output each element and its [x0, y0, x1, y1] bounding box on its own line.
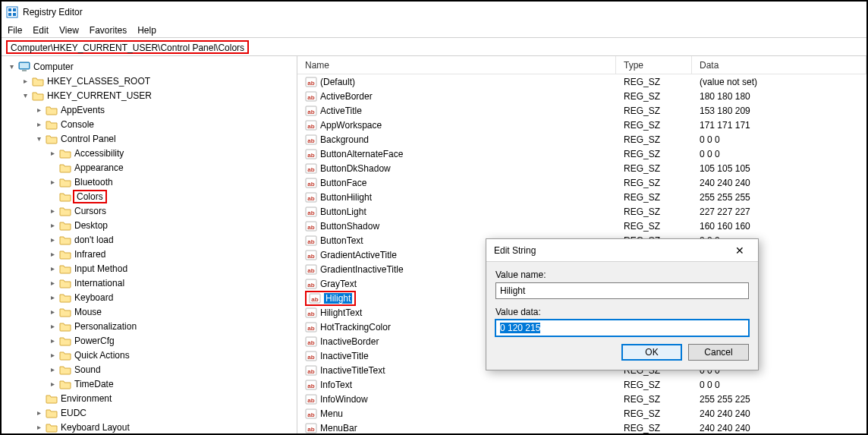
- tree-node-timedate[interactable]: ▸TimeDate: [47, 377, 297, 391]
- tree-node-sound[interactable]: ▸Sound: [47, 362, 297, 377]
- chevron-right-icon[interactable]: ▸: [47, 264, 58, 273]
- list-row[interactable]: abInfoWindowREG_SZ255 255 225: [297, 392, 866, 406]
- string-icon: ab: [305, 235, 317, 247]
- list-row[interactable]: abButtonAlternateFaceREG_SZ0 0 0: [297, 147, 866, 161]
- folder-icon: [59, 219, 71, 232]
- chevron-right-icon[interactable]: ▸: [47, 365, 58, 374]
- list-row[interactable]: abButtonFaceREG_SZ240 240 240: [297, 175, 866, 190]
- value-name: ButtonDkShadow: [320, 163, 391, 174]
- list-row[interactable]: abActiveTitleREG_SZ153 180 209: [297, 103, 866, 118]
- tree-node-desktop[interactable]: ▸Desktop: [47, 218, 297, 232]
- string-icon: ab: [305, 249, 317, 261]
- menu-file[interactable]: File: [8, 25, 22, 36]
- tree-node-personalization[interactable]: ▸Personalization: [47, 319, 297, 333]
- folder-icon: [59, 191, 71, 203]
- menu-favorites[interactable]: Favorites: [90, 25, 127, 36]
- menu-view[interactable]: View: [59, 25, 79, 36]
- tree-node-kblayout[interactable]: ▸Keyboard Layout: [33, 420, 297, 433]
- tree-node-appearance[interactable]: ▸Appearance: [47, 160, 297, 175]
- list-row[interactable]: abAppWorkspaceREG_SZ171 171 171: [297, 118, 866, 132]
- value-data-input[interactable]: 0 120 215: [495, 320, 749, 336]
- cancel-button[interactable]: Cancel: [688, 344, 749, 361]
- tree-node-hkcr[interactable]: ▸ HKEY_CLASSES_ROOT: [20, 74, 297, 88]
- tree-node-colors[interactable]: ▸Colors: [47, 189, 297, 203]
- list-row[interactable]: abButtonDkShadowREG_SZ105 105 105: [297, 161, 866, 175]
- chevron-right-icon[interactable]: ▸: [20, 77, 30, 85]
- tree-node-cursors[interactable]: ▸Cursors: [47, 203, 297, 218]
- tree-node-don-t-load[interactable]: ▸don't load: [47, 232, 297, 247]
- list-row[interactable]: abButtonHilightREG_SZ255 255 255: [297, 190, 866, 204]
- folder-icon: [59, 364, 71, 376]
- tree-node-computer[interactable]: ▾ Computer: [6, 59, 297, 74]
- string-icon: ab: [305, 321, 317, 333]
- col-name[interactable]: Name: [297, 56, 616, 74]
- value-data: 240 240 240: [692, 408, 866, 419]
- svg-text:ab: ab: [307, 109, 314, 115]
- close-icon[interactable]: ✕: [729, 244, 750, 257]
- menu-help[interactable]: Help: [137, 25, 156, 36]
- list-row[interactable]: abButtonLightREG_SZ227 227 227: [297, 204, 866, 219]
- tree-node-international[interactable]: ▸International: [47, 276, 297, 290]
- list-row[interactable]: abButtonShadowREG_SZ160 160 160: [297, 219, 866, 233]
- chevron-right-icon[interactable]: ▸: [47, 307, 58, 316]
- tree-node-infrared[interactable]: ▸Infrared: [47, 247, 297, 261]
- col-data[interactable]: Data: [692, 56, 866, 74]
- svg-text:ab: ab: [307, 137, 314, 144]
- addressbar[interactable]: Computer\HKEY_CURRENT_USER\Control Panel…: [2, 38, 866, 56]
- col-type[interactable]: Type: [616, 56, 692, 74]
- tree-node-mouse[interactable]: ▸Mouse: [47, 304, 297, 319]
- value-data: 240 240 240: [692, 423, 866, 433]
- chevron-right-icon[interactable]: ▸: [47, 380, 58, 388]
- chevron-right-icon[interactable]: ▸: [47, 279, 58, 287]
- tree-node-console[interactable]: ▸Console: [33, 117, 297, 131]
- chevron-right-icon[interactable]: ▸: [33, 106, 44, 114]
- chevron-right-icon[interactable]: ▸: [47, 221, 58, 229]
- list-row[interactable]: abActiveBorderREG_SZ180 180 180: [297, 89, 866, 103]
- tree-label-appevents: AppEvents: [59, 105, 106, 115]
- chevron-right-icon[interactable]: ▸: [47, 206, 58, 215]
- address-path[interactable]: Computer\HKEY_CURRENT_USER\Control Panel…: [6, 40, 249, 54]
- ok-button[interactable]: OK: [621, 344, 682, 361]
- tree-node-bluetooth[interactable]: ▸Bluetooth: [47, 175, 297, 189]
- chevron-right-icon[interactable]: ▸: [47, 235, 58, 244]
- menu-edit[interactable]: Edit: [33, 25, 49, 36]
- tree-node-controlpanel[interactable]: ▾Control Panel: [33, 131, 297, 146]
- chevron-down-icon[interactable]: ▾: [20, 91, 30, 99]
- svg-text:ab: ab: [307, 339, 314, 346]
- value-name: InfoText: [320, 380, 352, 390]
- value-data: 255 255 225: [692, 394, 866, 405]
- tree-node-powercfg[interactable]: ▸PowerCfg: [47, 333, 297, 348]
- string-icon: ab: [309, 292, 321, 304]
- list-row[interactable]: ab(Default)REG_SZ(value not set): [297, 74, 866, 89]
- chevron-right-icon[interactable]: ▸: [47, 351, 58, 359]
- tree-node-environment[interactable]: ▸Environment: [33, 391, 297, 405]
- list-row[interactable]: abMenuBarREG_SZ240 240 240: [297, 421, 866, 433]
- tree-node-keyboard[interactable]: ▸Keyboard: [47, 290, 297, 304]
- value-type: REG_SZ: [616, 408, 692, 419]
- chevron-right-icon[interactable]: ▸: [33, 423, 44, 431]
- tree-node-quick-actions[interactable]: ▸Quick Actions: [47, 348, 297, 362]
- chevron-right-icon[interactable]: ▸: [47, 336, 58, 345]
- folder-icon: [32, 75, 44, 87]
- string-icon: ab: [305, 364, 317, 377]
- chevron-right-icon[interactable]: ▸: [33, 408, 44, 417]
- chevron-right-icon[interactable]: ▸: [47, 250, 58, 258]
- list-row[interactable]: abBackgroundREG_SZ0 0 0: [297, 132, 866, 147]
- list-row[interactable]: abInfoTextREG_SZ0 0 0: [297, 377, 866, 392]
- tree-node-eudc[interactable]: ▸EUDC: [33, 405, 297, 420]
- tree-node-input-method[interactable]: ▸Input Method: [47, 261, 297, 276]
- tree-node-accessibility[interactable]: ▸Accessibility: [47, 146, 297, 160]
- chevron-down-icon[interactable]: ▾: [6, 62, 17, 71]
- chevron-right-icon[interactable]: ▸: [33, 120, 44, 128]
- chevron-down-icon[interactable]: ▾: [33, 134, 44, 143]
- tree-node-hkcu[interactable]: ▾ HKEY_CURRENT_USER: [20, 88, 297, 102]
- chevron-right-icon[interactable]: ▸: [47, 178, 58, 186]
- chevron-right-icon[interactable]: ▸: [47, 293, 58, 301]
- tree-node-appevents[interactable]: ▸AppEvents: [33, 102, 297, 117]
- value-name-input[interactable]: [495, 282, 749, 299]
- tree-pane[interactable]: ▾ Computer ▸ HKEY_CLASSES_ROOT: [2, 56, 297, 433]
- dialog-titlebar[interactable]: Edit String ✕: [486, 239, 758, 262]
- chevron-right-icon[interactable]: ▸: [47, 149, 58, 157]
- chevron-right-icon[interactable]: ▸: [47, 322, 58, 330]
- list-row[interactable]: abMenuREG_SZ240 240 240: [297, 406, 866, 421]
